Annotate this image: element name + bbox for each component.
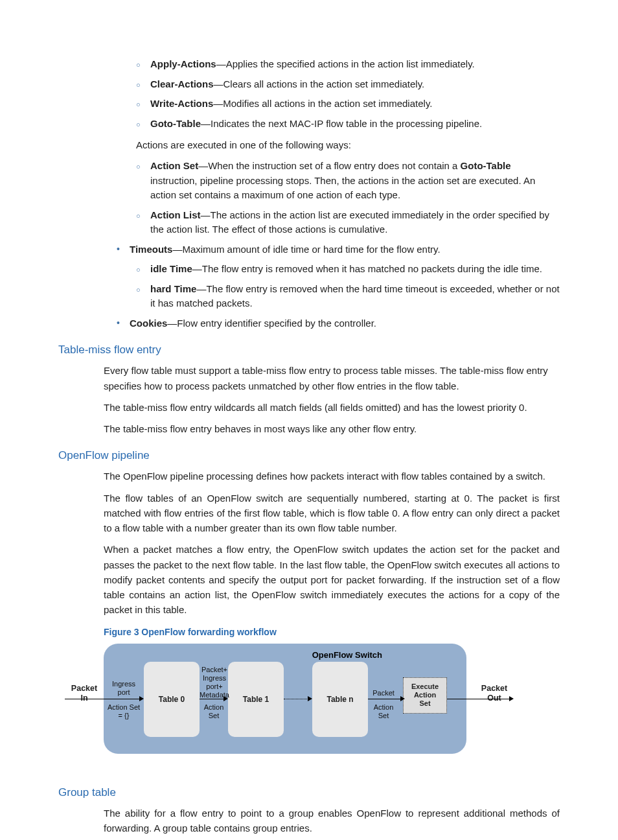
list-item: hard Time—The flow entry is removed when…	[130, 282, 560, 311]
pipeline-p1: The OpenFlow pipeline processing defines…	[104, 469, 560, 484]
packet-in-label: Packet In	[68, 684, 100, 703]
tablemiss-heading: Table-miss flow entry	[58, 344, 560, 356]
exec-desc: —The actions in the action list are exec…	[150, 209, 549, 235]
arrow-1n-head	[308, 696, 312, 701]
exec-name: Action Set	[150, 160, 198, 171]
timeouts-desc: —Maximum amount of idle time or hard tim…	[172, 244, 440, 255]
hard-desc: —The flow entry is removed when the hard…	[150, 283, 560, 309]
pipeline-p2: The flow tables of an OpenFlow switch ar…	[104, 491, 560, 536]
tablen-label: Table n	[326, 695, 353, 704]
exec-line1: Execute	[411, 682, 439, 691]
group-p1: The ability for a flow entry to point to…	[104, 806, 560, 836]
cookies-desc: —Flow entry identifier specified by the …	[167, 318, 376, 329]
pipeline-p3: When a packet matches a flow entry, the …	[104, 542, 560, 617]
exec-intro: Actions are executed in one of the follo…	[136, 137, 560, 152]
timeouts-name: Timeouts	[130, 244, 172, 255]
group-body: The ability for a flow entry to point to…	[104, 806, 560, 836]
list-item: Cookies—Flow entry identifier specified …	[110, 316, 560, 331]
actions-list: Apply-Actions—Applies the specified acti…	[130, 57, 560, 131]
arrow-out-head	[509, 696, 514, 701]
list-item: idle Time—The flow entry is removed when…	[130, 262, 560, 277]
action-name: Clear-Actions	[150, 78, 214, 89]
action-desc: —Modifies all actions in the action set …	[213, 98, 432, 109]
packet-plus-note: Packet+ Ingress port+ Metadata	[198, 666, 231, 700]
packet-out-text: Packet Out	[481, 684, 507, 703]
arrow-in	[65, 699, 141, 699]
action-set-empty-note: Action Set = {}	[105, 703, 143, 720]
exec-line2: Action	[414, 691, 436, 699]
tablemiss-p3: The table-miss flow entry behaves in mos…	[104, 421, 560, 436]
packet-out-label: Packet Out	[476, 684, 512, 703]
exec-post: instruction, pipeline processing stops. …	[150, 175, 535, 201]
list-item: Write-Actions—Modifies all actions in th…	[130, 97, 560, 111]
execute-action-set-box: Execute Action Set	[403, 677, 447, 714]
document-page: Apply-Actions—Applies the specified acti…	[0, 0, 618, 840]
action-set-note-1: Action Set	[200, 703, 228, 720]
action-desc: —Indicates the next MAC-IP flow table in…	[201, 118, 482, 129]
pipeline-heading: OpenFlow pipeline	[58, 449, 560, 462]
exec-list: Action Set—When the instruction set of a…	[130, 159, 560, 237]
action-name: Goto-Table	[150, 118, 201, 129]
tablemiss-p1: Every flow table must support a table-mi…	[104, 363, 560, 393]
exec-line3: Set	[419, 699, 430, 708]
packet-note: Packet	[369, 689, 398, 697]
table0-label: Table 0	[159, 695, 185, 704]
table1-label: Table 1	[243, 695, 269, 704]
arrow-out	[447, 699, 512, 699]
action-desc: —Clears all actions in the action set im…	[214, 78, 425, 89]
ofs-label: OpenFlow Switch	[312, 650, 382, 660]
list-item: Action List—The actions in the action li…	[130, 208, 560, 237]
openflow-diagram: OpenFlow Switch Table 0 Table 1 Table n …	[104, 644, 466, 754]
timeouts-block: Timeouts—Maximum amount of idle time or …	[110, 242, 560, 331]
exec-name: Action List	[150, 209, 201, 220]
action-name: Apply-Actions	[150, 58, 216, 69]
action-set-note-2: Action Set	[369, 703, 398, 720]
exec-mid: Goto-Table	[461, 160, 511, 171]
table1-box: Table 1	[228, 662, 284, 737]
figure-caption: Figure 3 OpenFlow forwarding workflow	[104, 627, 560, 637]
timeouts-outer: Timeouts—Maximum amount of idle time or …	[110, 242, 560, 331]
ingress-port-note: Ingress port	[105, 680, 143, 697]
list-item: Timeouts—Maximum amount of idle time or …	[110, 242, 560, 311]
list-item: Clear-Actions—Clears all actions in the …	[130, 77, 560, 92]
figure-wrap: Packet In Packet Out OpenFlow Switch Tab…	[104, 644, 560, 767]
list-item: Action Set—When the instruction set of a…	[130, 159, 560, 203]
action-name: Write-Actions	[150, 98, 213, 109]
instruction-list-block: Apply-Actions—Applies the specified acti…	[130, 57, 560, 237]
hard-name: hard Time	[150, 283, 196, 294]
tablemiss-body: Every flow table must support a table-mi…	[104, 363, 560, 436]
table0-box: Table 0	[144, 662, 200, 737]
timeouts-inner: idle Time—The flow entry is removed when…	[130, 262, 560, 311]
packet-in-text: Packet In	[71, 684, 97, 703]
list-item: Goto-Table—Indicates the next MAC-IP flo…	[130, 117, 560, 132]
arrow-n-exec-head	[400, 696, 405, 701]
tablen-box: Table n	[312, 662, 368, 737]
cookies-name: Cookies	[130, 318, 167, 329]
group-heading: Group table	[58, 786, 560, 799]
idle-name: idle Time	[150, 263, 192, 274]
list-item: Apply-Actions—Applies the specified acti…	[130, 57, 560, 72]
arrow-1n	[284, 699, 310, 700]
exec-pre: —When the instruction set of a flow entr…	[198, 160, 460, 171]
tablemiss-p2: The table-miss flow entry wildcards all …	[104, 400, 560, 415]
arrow-n-exec	[368, 699, 403, 699]
pipeline-body: The OpenFlow pipeline processing defines…	[104, 469, 560, 617]
action-desc: —Applies the specified actions in the ac…	[216, 58, 475, 69]
idle-desc: —The flow entry is removed when it has m…	[192, 263, 542, 274]
